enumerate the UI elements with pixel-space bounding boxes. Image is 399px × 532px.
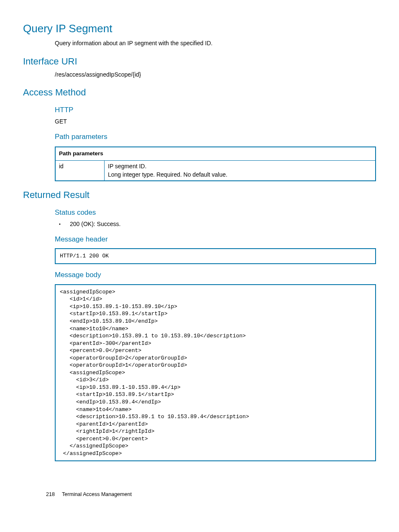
status-code-item: • 200 (OK): Success. — [23, 220, 376, 229]
path-parameters-heading: Path parameters — [23, 132, 376, 142]
path-parameters-table: Path parameters id IP segment ID. Long i… — [55, 146, 376, 181]
page-description: Query information about an IP segment wi… — [23, 39, 376, 48]
chapter-name: Terminal Access Management — [62, 491, 132, 497]
status-codes-heading: Status codes — [23, 208, 376, 218]
status-code-text: 200 (OK): Success. — [70, 221, 120, 227]
http-heading: HTTP — [23, 105, 376, 115]
message-body-heading: Message body — [23, 270, 376, 280]
page-title: Query IP Segment — [23, 21, 376, 36]
page-number: 218 — [46, 491, 55, 497]
message-body-code: <assignedIpScope> <id>1</id> <ip>10.153.… — [55, 284, 376, 462]
table-header-row: Path parameters — [55, 147, 376, 160]
table-row: id IP segment ID. Long integer type. Req… — [55, 161, 376, 181]
http-method-value: GET — [23, 118, 376, 126]
interface-uri-value: /res/access/assignedIpScope/{id} — [23, 71, 376, 79]
bullet-icon: • — [59, 221, 61, 227]
message-header-code: HTTP/1.1 200 OK — [55, 248, 376, 264]
section-interface-uri-heading: Interface URI — [23, 55, 376, 68]
page-footer: 218 Terminal Access Management — [46, 491, 132, 499]
param-name-cell: id — [55, 161, 105, 181]
param-desc-line2: Long integer type. Required. No default … — [108, 171, 372, 179]
message-header-heading: Message header — [23, 234, 376, 244]
param-desc-line1: IP segment ID. — [108, 162, 372, 171]
section-access-method-heading: Access Method — [23, 86, 376, 99]
section-returned-result-heading: Returned Result — [23, 189, 376, 202]
param-desc-cell: IP segment ID. Long integer type. Requir… — [105, 161, 376, 181]
table-header-cell: Path parameters — [55, 147, 376, 160]
